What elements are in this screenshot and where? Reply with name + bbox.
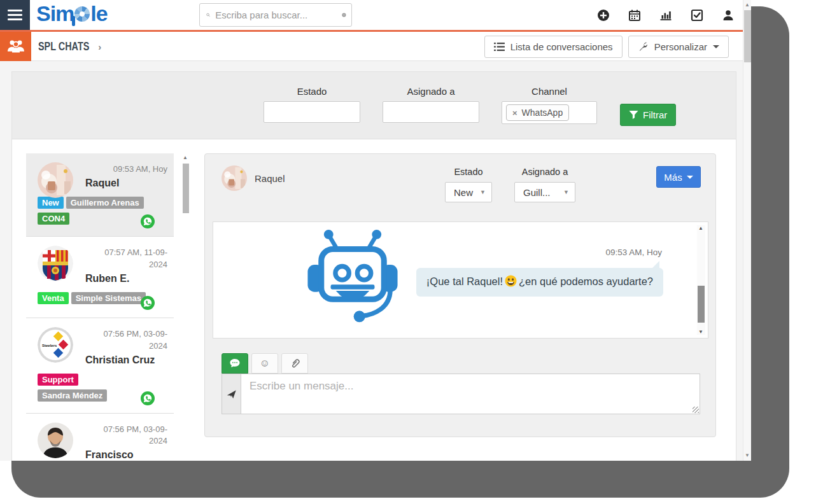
smiley-icon: ☺ bbox=[260, 358, 270, 369]
chat-tag: Simple Sistemas bbox=[71, 292, 146, 304]
filter-bar: Estado Asignado a Channel × WhatsApp Fil… bbox=[12, 72, 736, 139]
chat-list: 09:53 AM, Hoy Raquel NewGuillermo Arenas… bbox=[26, 153, 174, 461]
conversation-estado-label: Estado bbox=[445, 167, 492, 177]
scrollbar-thumb[interactable] bbox=[698, 286, 705, 323]
customize-button[interactable]: Personalizar bbox=[628, 36, 729, 58]
send-button[interactable] bbox=[222, 374, 241, 414]
scrollbar-thumb[interactable] bbox=[744, 10, 751, 62]
brand-logo[interactable]: Simle bbox=[36, 1, 108, 26]
chat-tag: CON4 bbox=[38, 213, 69, 225]
whatsapp-channel-pill: × WhatsApp bbox=[506, 104, 569, 121]
filter-estado: Estado bbox=[264, 72, 360, 123]
whatsapp-icon bbox=[141, 214, 155, 228]
chat-tags: SupportSandra Méndez bbox=[38, 374, 151, 405]
chat-contact-name: Christian Cruz bbox=[85, 354, 167, 366]
conversation-panel: Raquel Estado New▼ Asignado a Guill...▼ … bbox=[204, 153, 716, 437]
search-input[interactable] bbox=[215, 10, 342, 20]
message-text: ¡Que tal Raquel! bbox=[426, 276, 503, 287]
user-icon[interactable] bbox=[722, 9, 735, 22]
search-icon bbox=[206, 10, 210, 20]
estado-select-value: New bbox=[454, 187, 473, 198]
whatsapp-channel-pill-label: WhatsApp bbox=[522, 108, 563, 118]
channel-label: Channel bbox=[502, 86, 597, 97]
message-input[interactable] bbox=[241, 374, 700, 414]
chat-bubble-icon bbox=[229, 358, 241, 368]
asignado-select[interactable]: Guill...▼ bbox=[514, 182, 575, 202]
chat-timestamp: 07:56 PM, 03-09-2024 bbox=[92, 421, 167, 448]
filter-asignado: Asignado a bbox=[383, 72, 479, 123]
scroll-down-icon[interactable]: ▼ bbox=[745, 452, 750, 458]
navbar-icons bbox=[597, 0, 735, 30]
plus-circle-icon[interactable] bbox=[597, 9, 610, 22]
channel-filter-input[interactable]: × WhatsApp bbox=[502, 101, 597, 124]
message-text: ¿en qué podemos ayudarte? bbox=[519, 276, 653, 287]
chat-list-item[interactable]: Steelers 07:56 PM, 03-09-2024 Christian … bbox=[26, 318, 174, 414]
message-area: 09:53 AM, Hoy ¡Que tal Raquel!¿en qué po… bbox=[213, 221, 708, 339]
main-scrollbar[interactable]: ▲ ▼ bbox=[743, 0, 751, 461]
header-actions: Lista de conversaciones Personalizar bbox=[484, 36, 729, 58]
message-composer bbox=[222, 374, 700, 414]
hamburger-menu-icon[interactable] bbox=[0, 0, 30, 30]
scroll-down-icon[interactable]: ▼ bbox=[698, 329, 703, 335]
grinning-face-emoji-icon bbox=[505, 275, 517, 290]
breadcrumb: SPL CHATS › bbox=[38, 32, 101, 61]
check-square-icon[interactable] bbox=[691, 9, 703, 22]
bar-chart-icon[interactable] bbox=[659, 9, 672, 22]
chat-tag: Sandra Méndez bbox=[38, 389, 107, 402]
chat-tags: VentaSimple Sistemas bbox=[38, 292, 151, 308]
app-window: Simle SPL CHATS › Lista de conversacione… bbox=[0, 0, 751, 461]
asignado-label: Asignado a bbox=[383, 86, 479, 97]
chatbot-robot-icon bbox=[299, 227, 406, 329]
estado-label: Estado bbox=[264, 86, 360, 97]
chevron-down-icon bbox=[687, 176, 693, 179]
chevron-down-icon: ▼ bbox=[563, 189, 569, 195]
asignado-filter-input[interactable] bbox=[383, 101, 479, 123]
tab-emoji[interactable]: ☺ bbox=[251, 353, 278, 374]
tab-attachment[interactable] bbox=[281, 353, 308, 374]
chat-list-item[interactable]: 09:53 AM, Hoy Raquel NewGuillermo Arenas… bbox=[26, 153, 174, 237]
chat-tag: Guillermo Arenas bbox=[66, 197, 144, 209]
estado-select[interactable]: New▼ bbox=[445, 182, 492, 202]
message-area-scrollbar[interactable]: ▲ ▼ bbox=[697, 225, 705, 335]
contact-avatar bbox=[38, 246, 73, 281]
more-button[interactable]: Más bbox=[656, 166, 701, 188]
estado-filter-input[interactable] bbox=[264, 101, 360, 123]
filter-button[interactable]: Filtrar bbox=[620, 104, 676, 126]
scroll-up-icon[interactable]: ▲ bbox=[183, 155, 188, 160]
page-title: SPL CHATS bbox=[38, 40, 89, 53]
search-scope-dropdown-icon[interactable] bbox=[342, 9, 346, 21]
chat-contact-name: Raquel bbox=[85, 178, 167, 189]
page-header: SPL CHATS › Lista de conversaciones Pers… bbox=[0, 32, 751, 61]
incoming-message-bubble: ¡Que tal Raquel!¿en qué podemos ayudarte… bbox=[416, 268, 663, 297]
customize-button-label: Personalizar bbox=[654, 41, 707, 52]
chevron-down-icon: ▼ bbox=[480, 189, 486, 195]
message-timestamp: 09:53 AM, Hoy bbox=[605, 248, 662, 257]
chat-timestamp: 09:53 AM, Hoy bbox=[92, 161, 167, 176]
composer-tabs: ☺ bbox=[222, 353, 308, 374]
chat-contact-name: Francisco bbox=[85, 449, 167, 461]
contact-avatar: Steelers bbox=[38, 327, 73, 363]
conversation-list-button[interactable]: Lista de conversaciones bbox=[484, 36, 623, 58]
paper-plane-icon bbox=[226, 389, 237, 400]
more-button-label: Más bbox=[664, 172, 682, 183]
chats-module-tile[interactable] bbox=[0, 32, 31, 61]
scroll-up-icon[interactable]: ▲ bbox=[745, 2, 750, 8]
calendar-icon[interactable] bbox=[628, 9, 641, 22]
scroll-up-icon[interactable]: ▲ bbox=[698, 225, 703, 231]
chat-tag: New bbox=[38, 197, 64, 209]
chat-list-item[interactable]: 07:56 PM, 03-09-2024 Francisco bbox=[26, 414, 174, 461]
scrollbar-thumb[interactable] bbox=[183, 164, 189, 213]
chat-list-item[interactable]: 07:57 AM, 11-09-2024 Ruben E. VentaSimpl… bbox=[26, 237, 174, 318]
breadcrumb-chevron-icon: › bbox=[98, 41, 101, 52]
top-navbar: Simle bbox=[0, 0, 751, 32]
chat-list-scrollbar[interactable]: ▲ ▼ bbox=[182, 155, 190, 461]
conversation-avatar bbox=[222, 165, 247, 191]
conversation-contact-name: Raquel bbox=[255, 173, 285, 184]
remove-tag-icon[interactable]: × bbox=[512, 108, 517, 118]
pinwheel-logo-icon bbox=[74, 6, 90, 22]
chevron-down-icon bbox=[713, 45, 719, 48]
chat-tag: Venta bbox=[38, 292, 69, 304]
tab-reply-message[interactable] bbox=[222, 353, 248, 374]
chat-tag: Support bbox=[38, 374, 78, 386]
list-icon bbox=[494, 42, 505, 52]
